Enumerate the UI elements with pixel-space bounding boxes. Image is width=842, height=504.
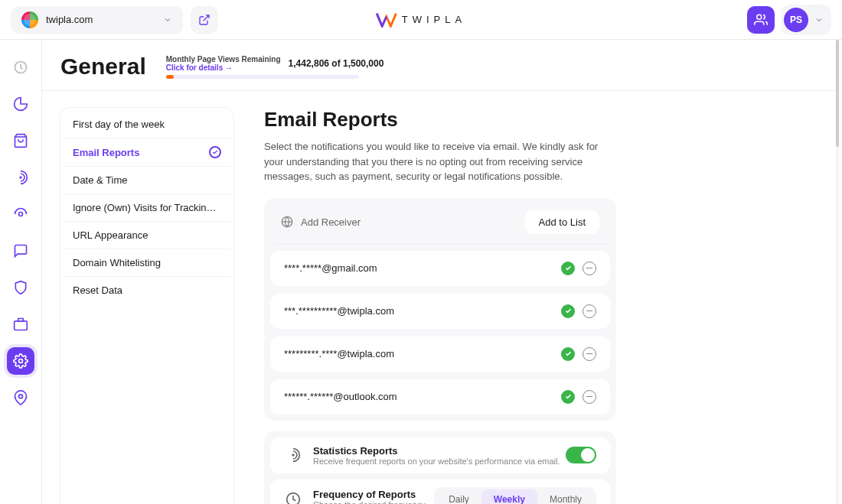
frequency-subtitle: Choose the desired frequency	[313, 500, 426, 504]
nav-feedback[interactable]	[7, 237, 34, 265]
svg-point-5	[19, 213, 23, 216]
settings-item-domain-whitelist[interactable]: Domain Whitelisting	[64, 249, 230, 277]
add-receiver-label: Add Receiver	[301, 216, 361, 228]
site-selector[interactable]: twipla.com	[11, 6, 183, 34]
svg-point-7	[19, 359, 23, 363]
frequency-option-daily[interactable]: Daily	[436, 489, 481, 505]
usage-widget: Monthly Page Views Remaining Click for d…	[166, 55, 384, 79]
stats-report-toggle[interactable]	[566, 447, 596, 463]
frequency-option-weekly[interactable]: Weekly	[481, 489, 537, 505]
profile-menu[interactable]: PS	[781, 5, 831, 35]
svg-point-1	[757, 15, 762, 19]
panel-description: Select the notifications you would like …	[264, 139, 616, 184]
settings-item-first-day[interactable]: First day of the week	[64, 111, 230, 138]
email-item: *********.****@twipla.com	[270, 337, 610, 372]
settings-item-ignore-visits[interactable]: Ignore (Own) Visits for Tracking b...	[64, 194, 230, 222]
team-button[interactable]	[747, 6, 775, 34]
remove-button[interactable]	[583, 390, 596, 404]
usage-details-link[interactable]: Click for details →	[166, 63, 281, 72]
svg-point-11	[292, 454, 294, 456]
email-address: ***.**********@twipla.com	[284, 305, 394, 317]
logo: TWIPLA	[376, 12, 466, 28]
email-item: ****.*****@gmail.com	[270, 251, 610, 286]
usage-count: 1,442,806 of 1,500,000	[289, 58, 384, 69]
settings-item-label: Email Reports	[73, 147, 139, 158]
logo-text: TWIPLA	[402, 14, 466, 25]
scroll-thumb[interactable]	[836, 40, 839, 147]
frequency-option-monthly[interactable]: Monthly	[537, 489, 594, 505]
page-title: General	[60, 54, 146, 80]
svg-point-4	[20, 177, 21, 178]
email-item: ******.******@outlook.com	[270, 379, 610, 415]
stats-report-subtitle: Receive frequent reports on your website…	[313, 457, 560, 466]
usage-bar	[166, 75, 359, 79]
nav-ecommerce[interactable]	[7, 127, 34, 154]
sidebar-nav	[0, 40, 42, 504]
usage-label: Monthly Page Views Remaining	[166, 55, 281, 63]
frequency-group: DailyWeeklyMonthly	[434, 487, 596, 505]
email-address: *********.****@twipla.com	[284, 348, 394, 359]
settings-item-url-appearance[interactable]: URL Appearance	[64, 222, 230, 249]
nav-stats[interactable]	[7, 90, 34, 118]
scrollbar[interactable]	[836, 40, 839, 504]
nav-behavior[interactable]	[7, 164, 34, 191]
settings-item-reset-data[interactable]: Reset Data	[64, 277, 230, 304]
remove-button[interactable]	[583, 347, 596, 361]
receivers-card: Add Receiver Add to List ****.*****@gmai…	[264, 198, 616, 421]
nav-privacy[interactable]	[7, 274, 34, 301]
stats-icon	[284, 446, 302, 464]
remove-button[interactable]	[583, 262, 596, 275]
panel-title: Email Reports	[264, 108, 616, 132]
site-favicon	[21, 11, 38, 28]
verified-icon	[561, 262, 575, 275]
verified-icon	[561, 347, 575, 361]
svg-line-0	[204, 15, 209, 21]
open-external-button[interactable]	[191, 6, 218, 34]
check-circle-icon	[209, 146, 221, 158]
nav-settings[interactable]	[7, 347, 34, 375]
email-address: ****.*****@gmail.com	[284, 262, 377, 274]
verified-icon	[561, 304, 575, 318]
settings-menu: First day of the week Email Reports Date…	[60, 108, 233, 504]
site-name: twipla.com	[46, 14, 93, 25]
remove-button[interactable]	[583, 304, 596, 318]
add-to-list-button[interactable]: Add to List	[525, 210, 599, 234]
verified-icon	[561, 390, 575, 404]
clock-icon	[284, 490, 302, 505]
logo-mark-icon	[376, 12, 397, 28]
globe-icon	[281, 216, 293, 228]
nav-billing[interactable]	[7, 311, 34, 338]
settings-item-date-time[interactable]: Date & Time	[64, 167, 230, 194]
settings-item-email-reports[interactable]: Email Reports	[64, 138, 230, 167]
chevron-down-icon	[163, 15, 172, 24]
avatar: PS	[784, 8, 808, 32]
email-address: ******.******@outlook.com	[284, 391, 397, 402]
email-item: ***.**********@twipla.com	[270, 294, 610, 329]
chevron-down-icon	[814, 15, 824, 24]
nav-visitors[interactable]	[7, 200, 34, 228]
svg-rect-6	[15, 321, 28, 330]
svg-point-8	[19, 395, 23, 398]
nav-dashboard[interactable]	[7, 54, 34, 81]
reports-config-card: Statistics Reports Receive frequent repo…	[264, 431, 616, 505]
users-icon	[754, 13, 768, 27]
stats-report-title: Statistics Reports	[313, 445, 560, 457]
external-link-icon	[198, 14, 210, 26]
frequency-title: Frequency of Reports	[313, 489, 426, 500]
nav-location[interactable]	[7, 384, 34, 411]
